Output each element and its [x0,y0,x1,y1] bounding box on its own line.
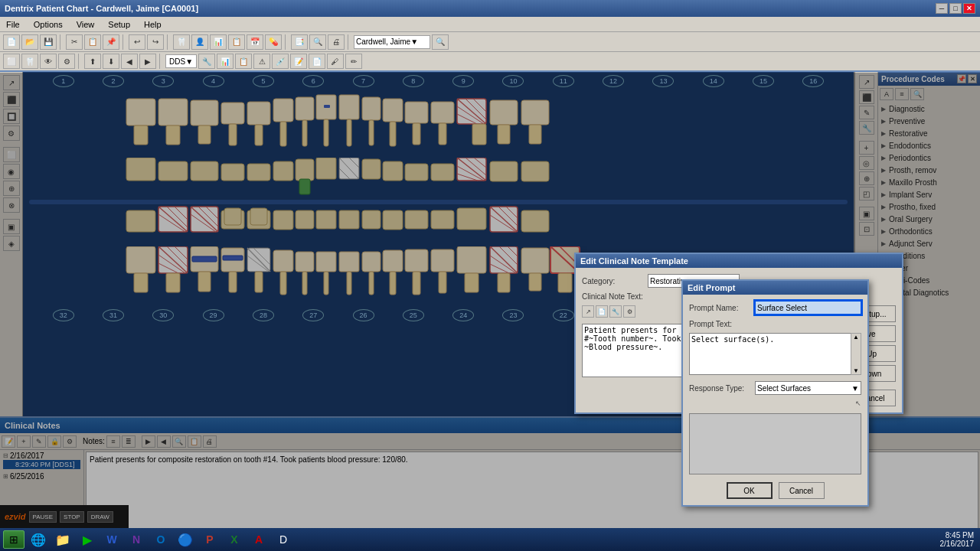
dds-combo[interactable]: DDS ▼ [165,54,197,68]
taskbar-word-icon[interactable]: W [101,530,122,549]
tb2-8[interactable]: ▶ [139,54,156,69]
clock-date: 2/16/2017 [940,540,975,548]
minimize-button[interactable]: ─ [936,3,948,14]
ep-buttons-row: OK Cancel [689,482,861,499]
taskbar-media-icon[interactable]: ▶ [77,530,98,549]
tb-b9[interactable]: 🖨 [328,34,345,50]
tb2-12[interactable]: ⚠ [253,54,270,69]
tb-b5[interactable]: 📅 [247,34,263,50]
ecnt-tb-3[interactable]: 🔧 [609,305,622,318]
tb2-17[interactable]: ✏ [345,54,362,69]
ecnt-cntext-label: Clinical Note Text: [582,292,643,301]
ep-title: Edit Prompt [688,283,735,292]
taskbar-outlook-icon[interactable]: O [150,530,172,549]
taskbar-ppt-icon[interactable]: P [199,530,220,549]
ep-content: Prompt Name: Prompt Text: Select surface… [683,295,867,505]
ep-name-label: Prompt Name: [689,304,750,312]
tb2-5[interactable]: ⬆ [84,54,101,69]
windows-logo: ⊞ [9,533,18,546]
tb-save[interactable]: 💾 [40,34,57,50]
title-bar-controls: ─ □ ✕ [936,3,975,14]
tb2-7[interactable]: ◀ [121,54,138,69]
ecnt-tb-2[interactable]: 📄 [596,305,608,318]
title-bar: Dentrix Patient Chart - Cardwell, Jaime … [0,0,980,17]
ep-response-combo[interactable]: Select Surfaces ▼ [755,381,861,395]
tb-b1[interactable]: 🦷 [173,34,190,50]
ep-response-row: Response Type: Select Surfaces ▼ [689,381,861,395]
sep6 [78,54,81,69]
clock-time: 8:45 PM [940,531,975,540]
sep5 [348,34,351,50]
tb2-6[interactable]: ⬇ [103,54,119,69]
maximize-button[interactable]: □ [949,3,962,14]
ep-bottom-area [689,413,861,474]
menu-help[interactable]: Help [141,19,165,30]
tb2-1[interactable]: ⬜ [3,54,20,69]
close-button[interactable]: ✕ [963,3,975,14]
taskbar-dentrix-icon[interactable]: D [273,530,294,549]
tb-b6[interactable]: 💊 [265,34,282,50]
ecnt-category-label: Category: [582,277,643,285]
tb-new[interactable]: 📄 [3,34,20,50]
tb-patient-search[interactable]: 🔍 [432,34,449,50]
tb-b3[interactable]: 📊 [210,34,227,50]
tb2-16[interactable]: 🖋 [327,54,344,69]
taskbar-excel-icon[interactable]: X [224,530,245,549]
taskbar-folder-icon[interactable]: 📁 [52,530,74,549]
ep-textarea-container: Select surface(s). ▲ ▼ [689,333,861,377]
toolbar-1: 📄 📂 💾 ✂ 📋 📌 ↩ ↪ 🦷 👤 📊 📋 📅 💊 📑 🔍 🖨 Cardwe… [0,32,980,52]
tb2-15[interactable]: 📄 [309,54,325,69]
tb-b4[interactable]: 📋 [228,34,245,50]
tb-paste[interactable]: 📌 [103,34,119,50]
menu-options[interactable]: Options [31,19,66,30]
menu-file[interactable]: File [3,19,23,30]
tb-open[interactable]: 📂 [21,34,38,50]
dropdown-icon: ▼ [410,37,418,46]
tb-b7[interactable]: 📑 [291,34,308,50]
menu-bar: File Options View Setup Help [0,17,980,32]
ep-prompt-textarea[interactable]: Select surface(s). [689,333,861,375]
tb-undo[interactable]: ↩ [129,34,145,50]
tb2-11[interactable]: 📋 [235,54,252,69]
ep-textarea-scrollbar: ▲ ▼ [851,333,861,375]
tb2-4[interactable]: ⚙ [58,54,75,69]
taskbar-onenote-icon[interactable]: N [126,530,147,549]
patient-combo[interactable]: Cardwell, Jaime ▼ [354,35,430,49]
tb-cut[interactable]: ✂ [66,34,83,50]
taskbar-chrome-icon[interactable]: 🔵 [175,530,196,549]
dds-label: DDS [169,57,185,66]
taskbar: ⊞ 🌐 📁 ▶ W N O 🔵 P X A [0,528,980,551]
patient-name-display: Cardwell, Jaime [356,37,410,46]
tb2-10[interactable]: 📊 [217,54,234,69]
tb2-3[interactable]: 👁 [40,54,57,69]
tb2-13[interactable]: 💉 [272,54,289,69]
tb-copy[interactable]: 📋 [84,34,101,50]
ep-name-input[interactable] [755,301,861,315]
tb2-2[interactable]: 🦷 [21,54,38,69]
menu-setup[interactable]: Setup [105,19,133,30]
ecnt-tb-1[interactable]: ↗ [582,305,594,318]
ep-name-row: Prompt Name: [689,301,861,315]
sep1 [60,34,63,50]
taskbar-ie-icon[interactable]: 🌐 [28,530,49,549]
ecnt-title-bar: Edit Clinical Note Template [576,254,902,268]
toolbar-2: ⬜ 🦷 👁 ⚙ ⬆ ⬇ ◀ ▶ DDS ▼ 🔧 📊 📋 ⚠ 💉 📝 📄 🖋 ✏ [0,52,980,72]
taskbar-acrobat-icon[interactable]: A [248,530,270,549]
tb-b8[interactable]: 🔍 [309,34,326,50]
ep-cancel-btn[interactable]: Cancel [779,482,825,499]
ecnt-tb-4[interactable]: ⚙ [623,305,635,318]
start-button[interactable]: ⊞ [3,530,24,549]
ep-ok-btn[interactable]: OK [727,482,773,499]
menu-view[interactable]: View [74,19,98,30]
ep-cursor-row: ↖ [689,399,861,407]
sep4 [285,34,288,50]
sep7 [159,54,162,69]
tb-redo[interactable]: ↪ [147,34,164,50]
tb-b2[interactable]: 👤 [191,34,208,50]
app-title: Dentrix Patient Chart - Cardwell, Jaime … [5,4,198,13]
tb2-9[interactable]: 🔧 [198,54,215,69]
ep-response-label: Response Type: [689,384,750,393]
tb2-14[interactable]: 📝 [290,54,307,69]
ep-prompt-text-label-row: Prompt Text: [689,319,861,328]
ep-prompt-text-label: Prompt Text: [689,320,732,328]
